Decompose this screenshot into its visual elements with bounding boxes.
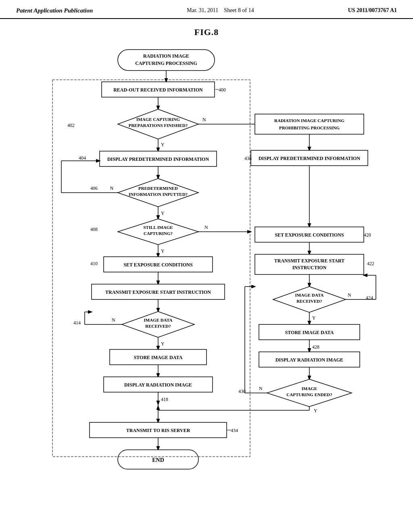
svg-text:400: 400 [219,87,226,93]
svg-text:424: 424 [366,295,373,301]
svg-text:N: N [202,117,206,123]
svg-text:Y: Y [312,315,316,321]
header-center: Mar. 31, 2011 Sheet 8 of 14 [187,7,254,14]
svg-text:Y: Y [161,142,165,148]
svg-text:TRANSMIT EXPOSURE START: TRANSMIT EXPOSURE START [274,258,345,264]
svg-text:SET EXPOSURE CONDITIONS: SET EXPOSURE CONDITIONS [123,262,192,268]
svg-text:SET EXPOSURE CONDITIONS: SET EXPOSURE CONDITIONS [275,232,344,238]
svg-text:408: 408 [90,227,98,232]
svg-text:DISPLAY PREDETERMINED INFORMAT: DISPLAY PREDETERMINED INFORMATION [259,156,361,161]
svg-text:438: 438 [244,156,252,161]
svg-text:CAPTURING PROCESSING: CAPTURING PROCESSING [135,60,197,66]
svg-text:404: 404 [79,155,86,161]
svg-text:410: 410 [90,261,98,266]
svg-text:N: N [204,224,208,230]
svg-text:DISPLAY PREDETERMINED INFORMAT: DISPLAY PREDETERMINED INFORMATION [107,156,209,162]
svg-text:PREDETERMINED: PREDETERMINED [138,186,178,191]
svg-text:STORE IMAGE DATA: STORE IMAGE DATA [285,330,334,335]
svg-text:INSTRUCTION: INSTRUCTION [292,265,327,270]
svg-text:TRANSMIT EXPOSURE START INSTRU: TRANSMIT EXPOSURE START INSTRUCTION [105,289,211,295]
header-left: Patent Application Publication [16,7,93,14]
svg-text:STILL IMAGE: STILL IMAGE [143,225,173,230]
svg-text:STORE IMAGE DATA: STORE IMAGE DATA [134,355,183,360]
header-right: US 2011/0073767 A1 [348,7,397,14]
svg-text:CAPTURING?: CAPTURING? [144,231,173,236]
svg-rect-64 [255,114,364,134]
svg-text:422: 422 [367,261,374,266]
svg-text:Y: Y [161,248,165,254]
svg-text:418: 418 [161,397,168,402]
page-header: Patent Application Publication Mar. 31, … [0,0,413,19]
svg-text:INFORMATION INPUTTED?: INFORMATION INPUTTED? [129,192,188,197]
svg-text:406: 406 [90,185,98,191]
svg-text:TRANSMIT TO RIS SERVER: TRANSMIT TO RIS SERVER [126,428,190,433]
svg-text:N: N [259,386,263,391]
svg-text:Y: Y [161,341,165,347]
svg-text:READ-OUT RECEIVED INFORMATION: READ-OUT RECEIVED INFORMATION [113,87,203,93]
svg-text:RECEIVED?: RECEIVED? [296,299,322,303]
svg-text:IMAGE: IMAGE [302,386,317,391]
svg-text:DISPLAY RADIATION IMAGE: DISPLAY RADIATION IMAGE [275,357,343,363]
svg-text:428: 428 [312,344,319,350]
svg-text:414: 414 [73,320,81,326]
svg-text:PROHIBITING PROCESSING: PROHIBITING PROCESSING [279,125,340,130]
flowchart-svg: RADIATION IMAGE CAPTURING PROCESSING REA… [25,46,388,497]
svg-text:IMAGE DATA: IMAGE DATA [144,318,173,322]
svg-text:PREPARATIONS FINISHED?: PREPARATIONS FINISHED? [129,123,188,128]
svg-text:N: N [348,292,351,298]
svg-text:N: N [110,185,114,191]
diagram-area: FIG.8 RADIATION IMAGE CAPTURING PROCESSI… [0,19,413,505]
svg-text:RADIATION IMAGE: RADIATION IMAGE [143,53,189,59]
svg-text:DISPLAY RADIATION IMAGE: DISPLAY RADIATION IMAGE [124,382,192,388]
svg-text:IMAGE DATA: IMAGE DATA [295,293,324,297]
svg-text:420: 420 [364,232,371,238]
svg-text:Y: Y [314,408,317,414]
svg-text:434: 434 [231,428,238,433]
svg-text:402: 402 [67,123,75,128]
svg-text:CAPTURING ENDED?: CAPTURING ENDED? [286,392,332,397]
svg-text:N: N [112,317,115,323]
svg-text:IMAGE CAPTURING: IMAGE CAPTURING [136,117,180,122]
svg-rect-78 [255,254,364,274]
svg-text:Y: Y [161,210,165,216]
svg-text:END: END [152,457,164,463]
figure-title: FIG.8 [16,27,397,37]
svg-rect-0 [118,50,215,71]
svg-text:RADIATION IMAGE CAPTURING: RADIATION IMAGE CAPTURING [274,118,344,123]
svg-text:RECEIVED?: RECEIVED? [145,324,171,328]
